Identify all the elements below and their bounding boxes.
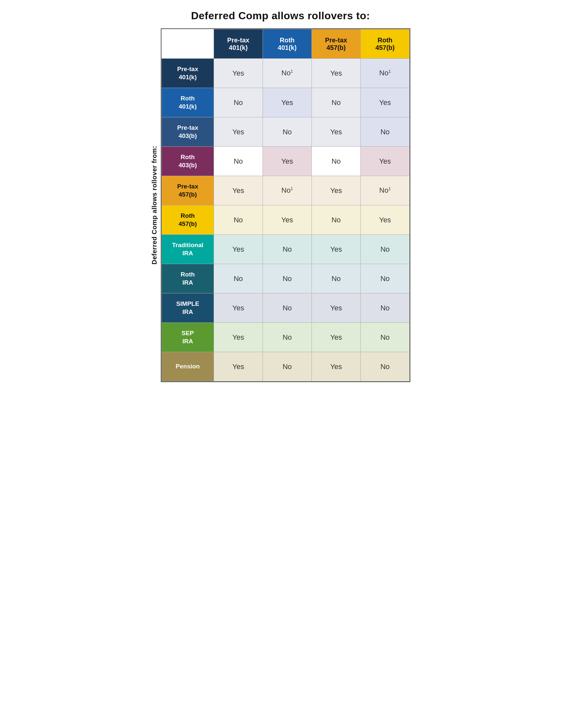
data-cell-r3-c0: No bbox=[214, 147, 263, 176]
data-cell-r6-c2: Yes bbox=[312, 235, 361, 264]
row-label-7: RothIRA bbox=[162, 264, 214, 293]
data-cell-r7-c3: No bbox=[361, 264, 410, 293]
row-label-3: Roth403(b) bbox=[162, 147, 214, 176]
data-cell-r7-c2: No bbox=[312, 264, 361, 293]
table-row: SIMPLEIRAYesNoYesNo bbox=[162, 293, 410, 323]
row-label-1: Roth401(k) bbox=[162, 88, 214, 117]
data-cell-r8-c0: Yes bbox=[214, 293, 263, 323]
data-cell-r4-c3: No1 bbox=[361, 176, 410, 205]
data-cell-r0-c1: No1 bbox=[263, 59, 312, 88]
data-cell-r1-c0: No bbox=[214, 88, 263, 117]
data-cell-r8-c3: No bbox=[361, 293, 410, 323]
data-cell-r4-c1: No1 bbox=[263, 176, 312, 205]
data-cell-r2-c3: No bbox=[361, 117, 410, 147]
header-roth-457b: Roth457(b) bbox=[361, 29, 410, 59]
data-cell-r9-c1: No bbox=[263, 323, 312, 352]
row-label-2: Pre-tax403(b) bbox=[162, 117, 214, 147]
header-pretax-401k: Pre-tax401(k) bbox=[214, 29, 263, 59]
data-cell-r5-c3: Yes bbox=[361, 205, 410, 235]
header-roth-401k: Roth401(k) bbox=[263, 29, 312, 59]
table-row: SEPIRAYesNoYesNo bbox=[162, 323, 410, 352]
vertical-axis-label: Deferred Comp allows rollover from: bbox=[151, 146, 158, 264]
data-cell-r1-c1: Yes bbox=[263, 88, 312, 117]
data-cell-r2-c0: Yes bbox=[214, 117, 263, 147]
table-row: Pre-tax457(b)YesNo1YesNo1 bbox=[162, 176, 410, 205]
data-cell-r2-c1: No bbox=[263, 117, 312, 147]
header-row: Pre-tax401(k) Roth401(k) Pre-tax457(b) R… bbox=[162, 29, 410, 59]
data-cell-r5-c0: No bbox=[214, 205, 263, 235]
data-cell-r4-c2: Yes bbox=[312, 176, 361, 205]
table-row: Pre-tax401(k)YesNo1YesNo1 bbox=[162, 59, 410, 88]
data-cell-r9-c3: No bbox=[361, 323, 410, 352]
row-label-10: Pension bbox=[162, 352, 214, 381]
data-cell-r10-c2: Yes bbox=[312, 352, 361, 381]
data-cell-r6-c0: Yes bbox=[214, 235, 263, 264]
table-row: RothIRANoNoNoNo bbox=[162, 264, 410, 293]
data-cell-r3-c3: Yes bbox=[361, 147, 410, 176]
page-wrapper: Deferred Comp allows rollovers to: Defer… bbox=[140, 10, 421, 382]
data-cell-r8-c1: No bbox=[263, 293, 312, 323]
data-cell-r7-c0: No bbox=[214, 264, 263, 293]
data-cell-r6-c3: No bbox=[361, 235, 410, 264]
row-label-9: SEPIRA bbox=[162, 323, 214, 352]
table-wrapper: Pre-tax401(k) Roth401(k) Pre-tax457(b) R… bbox=[161, 28, 410, 382]
data-cell-r3-c1: Yes bbox=[263, 147, 312, 176]
data-cell-r1-c2: No bbox=[312, 88, 361, 117]
page-title: Deferred Comp allows rollovers to: bbox=[191, 10, 370, 22]
data-cell-r6-c1: No bbox=[263, 235, 312, 264]
outer-container: Deferred Comp allows rollover from: Pre-… bbox=[151, 28, 410, 382]
data-cell-r10-c0: Yes bbox=[214, 352, 263, 381]
data-cell-r0-c2: Yes bbox=[312, 59, 361, 88]
data-cell-r5-c2: No bbox=[312, 205, 361, 235]
data-cell-r7-c1: No bbox=[263, 264, 312, 293]
table-body: Pre-tax401(k)YesNo1YesNo1Roth401(k)NoYes… bbox=[162, 59, 410, 381]
data-cell-r9-c2: Yes bbox=[312, 323, 361, 352]
data-cell-r9-c0: Yes bbox=[214, 323, 263, 352]
data-cell-r3-c2: No bbox=[312, 147, 361, 176]
data-cell-r10-c3: No bbox=[361, 352, 410, 381]
data-cell-r5-c1: Yes bbox=[263, 205, 312, 235]
table-row: Roth401(k)NoYesNoYes bbox=[162, 88, 410, 117]
data-cell-r2-c2: Yes bbox=[312, 117, 361, 147]
row-label-0: Pre-tax401(k) bbox=[162, 59, 214, 88]
row-label-8: SIMPLEIRA bbox=[162, 293, 214, 323]
data-cell-r0-c3: No1 bbox=[361, 59, 410, 88]
row-label-6: TraditionalIRA bbox=[162, 235, 214, 264]
data-cell-r8-c2: Yes bbox=[312, 293, 361, 323]
rollover-table: Pre-tax401(k) Roth401(k) Pre-tax457(b) R… bbox=[161, 29, 410, 381]
data-cell-r1-c3: Yes bbox=[361, 88, 410, 117]
row-label-5: Roth457(b) bbox=[162, 205, 214, 235]
data-cell-r10-c1: No bbox=[263, 352, 312, 381]
table-row: PensionYesNoYesNo bbox=[162, 352, 410, 381]
table-row: Roth457(b)NoYesNoYes bbox=[162, 205, 410, 235]
table-row: TraditionalIRAYesNoYesNo bbox=[162, 235, 410, 264]
vertical-label-wrapper: Deferred Comp allows rollover from: bbox=[151, 146, 158, 264]
data-cell-r4-c0: Yes bbox=[214, 176, 263, 205]
header-pretax-457b: Pre-tax457(b) bbox=[312, 29, 361, 59]
row-label-4: Pre-tax457(b) bbox=[162, 176, 214, 205]
data-cell-r0-c0: Yes bbox=[214, 59, 263, 88]
table-row: Roth403(b)NoYesNoYes bbox=[162, 147, 410, 176]
table-row: Pre-tax403(b)YesNoYesNo bbox=[162, 117, 410, 147]
header-empty-cell bbox=[162, 29, 214, 59]
